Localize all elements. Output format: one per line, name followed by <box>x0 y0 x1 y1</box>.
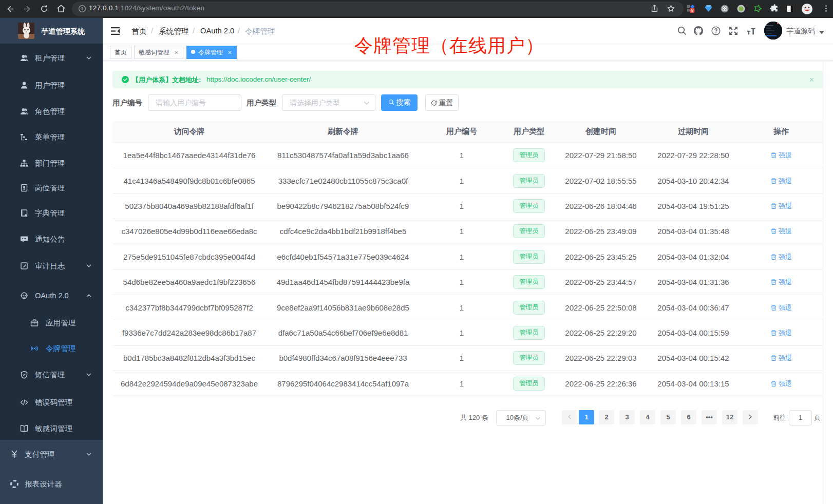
svg-text:9: 9 <box>691 8 694 13</box>
